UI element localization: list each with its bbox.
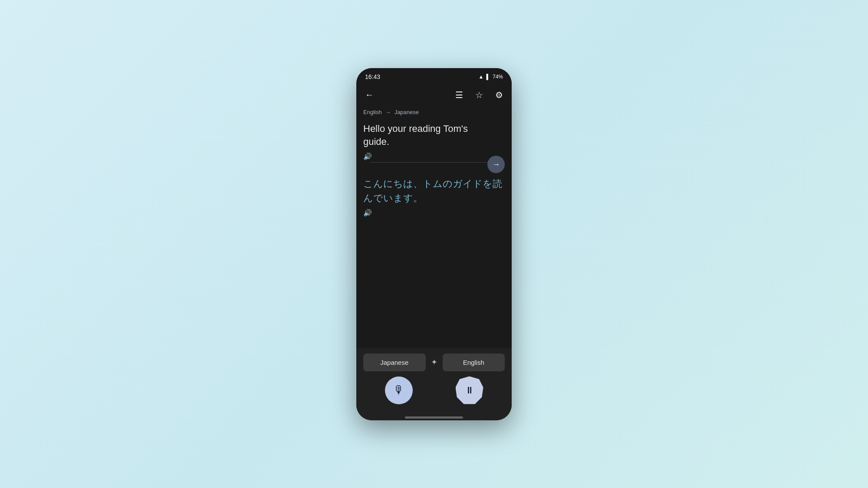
source-lang-label[interactable]: English <box>363 109 382 115</box>
japanese-lang-button[interactable]: Japanese <box>363 354 426 371</box>
source-text: Hello your reading Tom's guide. <box>363 122 505 149</box>
source-divider <box>370 162 498 163</box>
pause-icon: ⏸ <box>465 385 474 396</box>
status-icons: ▲ ▌ 74% <box>479 74 503 80</box>
source-section: Hello your reading Tom's guide. 🔊 → <box>356 119 512 165</box>
microphone-button[interactable]: 🎙 <box>385 377 413 404</box>
swap-button[interactable]: ✦ <box>429 356 439 369</box>
status-bar: 16:43 ▲ ▌ 74% <box>356 68 512 84</box>
home-indicator <box>405 416 463 419</box>
source-speaker-icon[interactable]: 🔊 <box>363 152 372 160</box>
result-text: こんにちは、トムのガイドを読んでいます。 <box>363 177 505 205</box>
result-section: こんにちは、トムのガイドを読んでいます。 🔊 <box>356 164 512 222</box>
history-button[interactable]: ☰ <box>454 88 465 102</box>
translation-area: English → Japanese Hello your reading To… <box>356 106 512 348</box>
bottom-section: Japanese ✦ English 🎙 ⏸ <box>356 348 512 420</box>
target-lang-label[interactable]: Japanese <box>395 109 419 115</box>
nav-right: ☰ ☆ ⚙ <box>454 88 505 102</box>
back-button[interactable]: ← <box>363 88 375 102</box>
lang-buttons: Japanese ✦ English <box>363 354 505 371</box>
signal-icon: ▌ <box>486 74 490 80</box>
phone-container: 16:43 ▲ ▌ 74% ← ☰ ☆ ⚙ English → Japanese… <box>356 68 512 420</box>
settings-button[interactable]: ⚙ <box>493 88 505 102</box>
battery-icon: 74% <box>493 74 503 80</box>
translate-button[interactable]: → <box>487 156 505 173</box>
lang-selector: English → Japanese <box>356 106 512 119</box>
pause-button[interactable]: ⏸ <box>456 377 483 404</box>
nav-left: ← <box>363 88 375 102</box>
action-buttons: 🎙 ⏸ <box>363 377 505 408</box>
result-speaker-icon[interactable]: 🔊 <box>363 209 372 217</box>
status-time: 16:43 <box>365 73 380 80</box>
microphone-icon: 🎙 <box>393 383 404 397</box>
wifi-icon: ▲ <box>479 74 484 80</box>
favorite-button[interactable]: ☆ <box>473 88 485 102</box>
lang-arrow-icon: → <box>385 109 391 115</box>
empty-space <box>356 222 512 348</box>
english-lang-button[interactable]: English <box>443 354 505 371</box>
nav-bar: ← ☰ ☆ ⚙ <box>356 84 512 106</box>
